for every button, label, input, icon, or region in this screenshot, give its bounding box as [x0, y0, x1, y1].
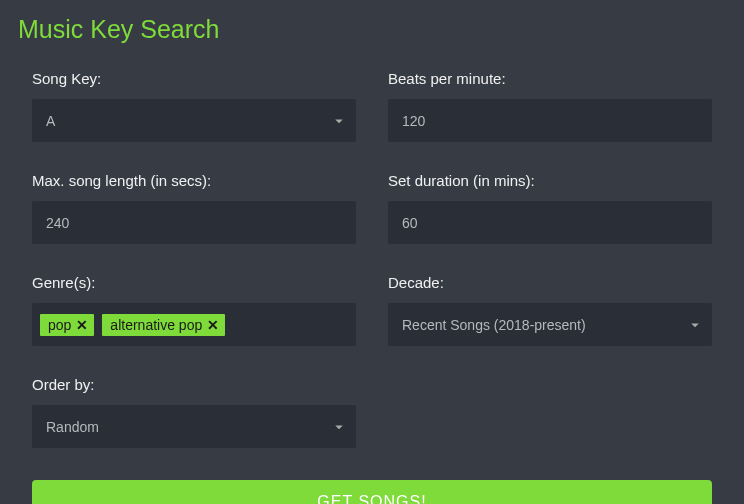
get-songs-button[interactable]: GET SONGS!	[32, 480, 712, 504]
order-by-label: Order by:	[32, 376, 356, 393]
genre-tag-label: pop	[48, 317, 71, 333]
max-length-input[interactable]	[32, 201, 356, 244]
decade-field: Decade: Recent Songs (2018-present)	[388, 274, 712, 346]
order-by-select[interactable]: Random	[32, 405, 356, 448]
song-key-label: Song Key:	[32, 70, 356, 87]
genre-tag-label: alternative pop	[110, 317, 202, 333]
bpm-label: Beats per minute:	[388, 70, 712, 87]
bpm-field: Beats per minute:	[388, 70, 712, 142]
order-by-field: Order by: Random	[32, 376, 356, 448]
max-length-field: Max. song length (in secs):	[32, 172, 356, 244]
decade-label: Decade:	[388, 274, 712, 291]
genres-input[interactable]: pop✕alternative pop✕	[32, 303, 356, 346]
song-key-field: Song Key: A	[32, 70, 356, 142]
close-icon[interactable]: ✕	[207, 318, 219, 332]
set-duration-input[interactable]	[388, 201, 712, 244]
genre-tag: alternative pop✕	[102, 314, 225, 336]
genres-label: Genre(s):	[32, 274, 356, 291]
max-length-label: Max. song length (in secs):	[32, 172, 356, 189]
set-duration-label: Set duration (in mins):	[388, 172, 712, 189]
bpm-input[interactable]	[388, 99, 712, 142]
page-title: Music Key Search	[18, 15, 726, 44]
song-key-select[interactable]: A	[32, 99, 356, 142]
genre-tag: pop✕	[40, 314, 94, 336]
genres-field: Genre(s): pop✕alternative pop✕	[32, 274, 356, 346]
set-duration-field: Set duration (in mins):	[388, 172, 712, 244]
search-form: Song Key: A Beats per minute: Max. song …	[18, 70, 726, 448]
decade-select[interactable]: Recent Songs (2018-present)	[388, 303, 712, 346]
close-icon[interactable]: ✕	[76, 318, 88, 332]
